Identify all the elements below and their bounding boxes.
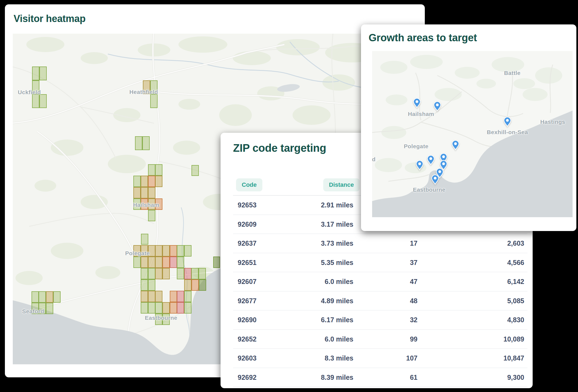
growth-areas-card: Growth areas to target xyxy=(361,24,576,231)
table-row: 926774.89 miles485,085 xyxy=(233,292,527,311)
map-pin[interactable] xyxy=(503,116,511,127)
zip-targeting-title: ZIP code targeting xyxy=(233,142,326,154)
metric-b-cell: 6,142 xyxy=(233,272,524,291)
map-label: Eastbourne xyxy=(145,315,177,321)
table-row: 926076.0 miles476,142 xyxy=(233,272,527,292)
metric-b-cell: 4,830 xyxy=(233,311,524,329)
table-row: 926515.35 miles374,566 xyxy=(233,253,527,273)
visitor-heatmap-title: Visitor heatmap xyxy=(14,13,86,24)
map-label: Seaford xyxy=(22,308,44,315)
table-row: 926526.0 miles9910,089 xyxy=(233,330,527,349)
growth-areas-map[interactable]: BattleHailshamHastingsBexhill-on-SeaPole… xyxy=(372,51,573,217)
metric-b-cell: 4,566 xyxy=(233,253,524,272)
metric-b-cell: 10,847 xyxy=(233,349,524,368)
table-row: 926906.17 miles324,830 xyxy=(233,311,527,330)
map-label: Hailsham xyxy=(133,202,159,208)
metric-b-cell: 9,300 xyxy=(233,368,524,387)
map-label: Heathfield xyxy=(129,89,158,95)
map-pin[interactable] xyxy=(431,174,439,185)
table-row: 926038.3 miles10710,847 xyxy=(233,349,527,368)
table-row: 926928.39 miles619,300 xyxy=(233,368,527,387)
column-header-distance[interactable]: Distance xyxy=(323,178,360,191)
table-row: 926373.73 miles172,603 xyxy=(233,234,527,253)
map-label: Polegate xyxy=(125,250,150,257)
map-pin[interactable] xyxy=(433,101,441,112)
column-header-code[interactable]: Code xyxy=(236,178,262,191)
map-pin[interactable] xyxy=(416,160,424,171)
metric-b-cell: 5,085 xyxy=(233,292,524,310)
metric-b-cell: 2,603 xyxy=(233,234,524,253)
map-pin[interactable] xyxy=(427,155,435,166)
map-pin[interactable] xyxy=(413,98,421,109)
metric-b-cell: 10,089 xyxy=(233,330,524,349)
map-label: Uckfield xyxy=(18,89,41,96)
growth-areas-title: Growth areas to target xyxy=(369,32,477,44)
map-pin[interactable] xyxy=(451,140,460,151)
